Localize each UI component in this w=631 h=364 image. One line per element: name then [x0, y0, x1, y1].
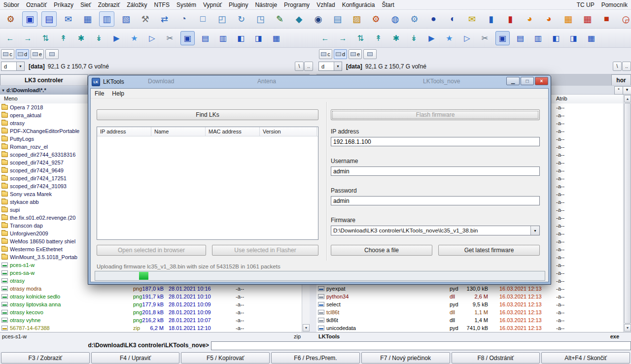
play-icon-right[interactable]: ▷ — [460, 31, 474, 45]
cut-icon-right[interactable]: ✂ — [478, 31, 492, 45]
left-scroll-down-icon[interactable]: ▼ — [303, 324, 310, 331]
right-scroll-up-icon[interactable]: ▲ — [624, 95, 631, 102]
edit-icon[interactable]: ✎ — [272, 11, 287, 27]
drive-group-button-right[interactable] — [363, 49, 377, 59]
table-row[interactable]: otrasy kolnicke sedlopng191,7 kB28.01.20… — [0, 293, 302, 300]
left-column-meno[interactable]: Meno — [4, 95, 18, 103]
donut-red-icon[interactable]: ◕ — [541, 11, 557, 27]
panel-c-icon-right[interactable]: ◧ — [549, 31, 563, 45]
fkey-f6-pres-prem[interactable]: F6 / Pres./Prem. — [271, 352, 360, 364]
lk-list-table[interactable]: IP addressNameMAC addressVersion — [97, 127, 318, 240]
fkey-alt-f4-skon-i[interactable]: Alt+F4 / Skončiť — [541, 352, 630, 364]
ball-blue-icon[interactable]: ● — [426, 11, 441, 27]
left-tab-lk3-controler[interactable]: LK3 controler — [0, 74, 88, 85]
open-in-browser-button[interactable]: Open selected in browser — [97, 245, 206, 256]
right-scrollbar[interactable]: ▲ ▼ — [623, 95, 631, 332]
right-drive-combo-arrow-icon[interactable]: ▾ — [334, 62, 342, 70]
help-menu[interactable]: Help — [108, 90, 128, 97]
ftp-connect-icon[interactable]: ⇄ — [157, 11, 172, 27]
panel-b-icon-left[interactable]: ▥ — [216, 31, 230, 45]
mail-yellow-icon[interactable]: ✉ — [464, 11, 480, 27]
menu-sie[interactable]: Sieť — [77, 1, 95, 8]
settings-icon[interactable]: ⚙ — [3, 11, 18, 27]
ball-half-icon[interactable]: ◐ — [445, 11, 460, 27]
drive-c-button-right[interactable]: c — [319, 49, 332, 59]
services-icon[interactable]: ⚙ — [407, 11, 422, 27]
fkey-f4-upravi[interactable]: F4 / Upraviť — [91, 352, 180, 364]
drive-group-button-left[interactable] — [45, 49, 59, 59]
right-column-atrib[interactable]: Atrib — [556, 95, 567, 103]
menu-pomocn-k[interactable]: Pomocník — [598, 1, 631, 8]
cut-icon-left[interactable]: ✂ — [163, 31, 177, 45]
close-button[interactable]: × — [535, 77, 548, 85]
drive-c-button-left[interactable]: c — [1, 49, 14, 59]
menu-tc-up[interactable]: TC UP — [573, 1, 598, 8]
dialog-titlebar[interactable]: LK LKTools DownloadAntenaLKTools_nove ▁ … — [90, 76, 549, 87]
use-in-flasher-button[interactable]: Use selected in Flasher — [212, 245, 318, 256]
username-input[interactable] — [331, 166, 540, 176]
panel-a-icon-right[interactable]: ▤ — [513, 31, 527, 45]
table-row[interactable]: python34dll2,6 M16.03.2021 12:13-a-- — [316, 293, 623, 300]
table-row[interactable]: unicodedatapyd741,0 kB16.03.2021 12:13-a… — [316, 324, 623, 332]
new-star-icon-right[interactable]: ✱ — [389, 31, 403, 45]
fkey-f5-kop-rova[interactable]: F5 / Kopírovať — [181, 352, 270, 364]
go-icon-left[interactable]: ▶ — [109, 31, 124, 45]
firmware-combo-arrow-icon[interactable]: ▾ — [530, 226, 539, 235]
menu-ntfs[interactable]: NTFS — [151, 1, 173, 8]
search-icon[interactable]: ◉ — [311, 11, 326, 27]
right-scroll-thumb[interactable] — [624, 103, 631, 324]
password-input[interactable] — [331, 196, 540, 205]
folder-icon[interactable]: ▨ — [349, 11, 364, 27]
forward-icon-left[interactable]: → — [21, 31, 35, 45]
command-input[interactable] — [211, 341, 631, 350]
favorites-icon-left[interactable]: ★ — [127, 31, 141, 45]
pack-icon[interactable]: ◆ — [291, 11, 307, 27]
clock-icon[interactable]: ◶ — [618, 11, 631, 27]
left-drive-combo[interactable]: d ▾ — [1, 62, 25, 71]
left-up-button[interactable]: .. — [304, 62, 313, 71]
lk-column-ip-address[interactable]: IP address — [97, 127, 151, 136]
back-icon-right[interactable]: ← — [318, 31, 332, 45]
donut-orange-icon[interactable]: ◕ — [522, 11, 537, 27]
right-root-button[interactable]: \ — [613, 62, 622, 71]
maximize-button[interactable]: □ — [521, 77, 534, 85]
panel-grid-icon-right[interactable]: ▦ — [584, 31, 598, 45]
brick-icon[interactable]: ■ — [599, 11, 614, 27]
menu-ozna-i[interactable]: Označiť — [23, 1, 50, 8]
left-path-history-icon[interactable]: ▾ — [0, 88, 6, 93]
refresh-icon[interactable]: ↻ — [234, 11, 249, 27]
panel-a-icon-left[interactable]: ▤ — [198, 31, 212, 45]
right-drive-combo[interactable]: d ▾ — [318, 62, 342, 71]
up-down-icon-right[interactable]: ⇅ — [353, 31, 368, 45]
menu-n-stroje[interactable]: Nástroje — [251, 1, 280, 8]
table-row[interactable]: tcl86tdll1,1 M16.03.2021 12:13-a-- — [316, 308, 623, 316]
back-icon-left[interactable]: ← — [3, 31, 17, 45]
mail-icon[interactable]: ✉ — [61, 11, 76, 27]
find-lks-button[interactable]: Find LKs — [97, 109, 318, 120]
flash-card-icon-right[interactable]: ▣ — [495, 31, 510, 45]
bottom-icon-left[interactable]: ↡ — [92, 31, 106, 45]
database-blue-icon[interactable]: ▮ — [484, 11, 499, 27]
right-up-button[interactable]: .. — [622, 62, 631, 71]
right-scroll-down-icon[interactable]: ▼ — [624, 324, 631, 331]
forward-icon-right[interactable]: → — [336, 31, 350, 45]
table-row[interactable]: otrasy kecovopng201,8 kB28.01.2021 10:09… — [0, 308, 302, 316]
top-icon-left[interactable]: ↟ — [56, 31, 70, 45]
bottom-icon-right[interactable]: ↡ — [407, 31, 421, 45]
menu-syst-m[interactable]: Systém — [173, 1, 200, 8]
grid-red-icon[interactable]: ▦ — [580, 11, 595, 27]
notepad-icon[interactable]: ▤ — [41, 11, 57, 27]
panel-c-icon-left[interactable]: ◧ — [234, 31, 248, 45]
menu-vypn[interactable]: Vypnúť — [200, 1, 225, 8]
play-icon-left[interactable]: ▷ — [145, 31, 159, 45]
get-latest-firmware-button[interactable]: Get latest firmware — [438, 245, 540, 256]
go-icon-right[interactable]: ▶ — [424, 31, 439, 45]
firmware-combo[interactable]: D:\Download\LK3 controler\LKTools_nove\l… — [331, 226, 540, 235]
menu-s-bor[interactable]: Súbor — [0, 1, 23, 8]
flash-card-icon-left[interactable]: ▣ — [180, 31, 195, 45]
minimize-button[interactable]: ▁ — [506, 77, 520, 85]
fkey-f7-nov-prie-inok[interactable]: F7 / Nový priečinok — [361, 352, 450, 364]
panel-b-icon-right[interactable]: ▥ — [531, 31, 545, 45]
menu-pr-kazy[interactable]: Príkazy — [50, 1, 77, 8]
table-row[interactable]: otrasy vyhnepng216,2 kB28.01.2021 10:07-… — [0, 316, 302, 324]
